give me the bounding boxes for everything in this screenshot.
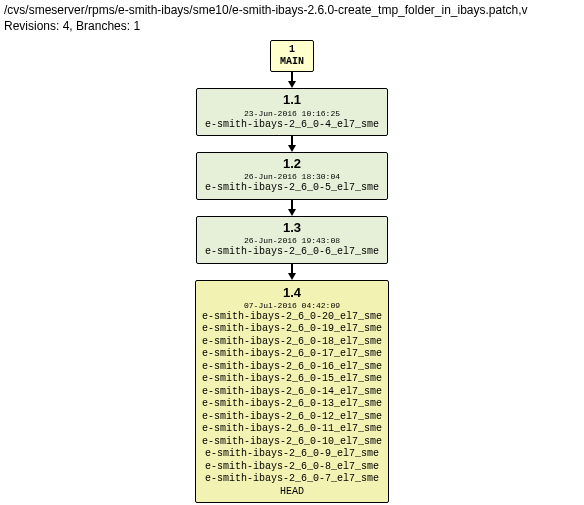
revision-version: 1.2 — [205, 156, 379, 172]
revision-graph: 1 MAIN 1.1 23-Jun-2016 10:16:25 e-smith-… — [10, 40, 574, 503]
tag: e-smith-ibays-2_6_0-6_el7_sme — [205, 246, 379, 259]
revision-node-head: 1.4 07-Jul-2016 04:42:09 e-smith-ibays-2… — [195, 280, 389, 504]
tag: e-smith-ibays-2_6_0-12_el7_sme — [202, 411, 382, 424]
revision-version: 1.1 — [205, 92, 379, 108]
revision-tags: e-smith-ibays-2_6_0-20_el7_sme e-smith-i… — [202, 311, 382, 499]
tag: e-smith-ibays-2_6_0-11_el7_sme — [202, 423, 382, 436]
tag: e-smith-ibays-2_6_0-9_el7_sme — [202, 448, 382, 461]
tag: e-smith-ibays-2_6_0-8_el7_sme — [202, 461, 382, 474]
main-branch-stack: 1 MAIN 1.1 23-Jun-2016 10:16:25 e-smith-… — [195, 40, 389, 503]
revision-node: 1.1 23-Jun-2016 10:16:25 e-smith-ibays-2… — [196, 88, 388, 136]
tag: e-smith-ibays-2_6_0-5_el7_sme — [205, 182, 379, 195]
tag: e-smith-ibays-2_6_0-16_el7_sme — [202, 361, 382, 374]
tag: e-smith-ibays-2_6_0-13_el7_sme — [202, 398, 382, 411]
tag: e-smith-ibays-2_6_0-7_el7_sme — [202, 473, 382, 486]
tag: e-smith-ibays-2_6_0-20_el7_sme — [202, 311, 382, 324]
tag: e-smith-ibays-2_6_0-14_el7_sme — [202, 386, 382, 399]
tag: e-smith-ibays-2_6_0-17_el7_sme — [202, 348, 382, 361]
revision-tags: e-smith-ibays-2_6_0-6_el7_sme — [205, 246, 379, 259]
branch-main-node: 1 MAIN — [270, 40, 314, 72]
revision-timestamp: 23-Jun-2016 10:16:25 — [205, 109, 379, 119]
tag: e-smith-ibays-2_6_0-10_el7_sme — [202, 436, 382, 449]
revision-timestamp: 07-Jul-2016 04:42:09 — [202, 301, 382, 311]
tag: e-smith-ibays-2_6_0-18_el7_sme — [202, 336, 382, 349]
branch-index: 1 — [279, 44, 305, 56]
branch-label: MAIN — [279, 56, 305, 68]
repo-meta: Revisions: 4, Branches: 1 — [4, 18, 580, 34]
repo-path: /cvs/smeserver/rpms/e-smith-ibays/sme10/… — [4, 2, 580, 18]
tag: e-smith-ibays-2_6_0-19_el7_sme — [202, 323, 382, 336]
arrow-icon — [288, 209, 296, 216]
revision-tags: e-smith-ibays-2_6_0-4_el7_sme — [205, 119, 379, 132]
revision-version: 1.3 — [205, 220, 379, 236]
revision-version: 1.4 — [202, 285, 382, 301]
arrow-icon — [288, 81, 296, 88]
tag: e-smith-ibays-2_6_0-4_el7_sme — [205, 119, 379, 132]
tag: HEAD — [202, 486, 382, 499]
revision-timestamp: 26-Jun-2016 18:30:04 — [205, 172, 379, 182]
tag: e-smith-ibays-2_6_0-15_el7_sme — [202, 373, 382, 386]
arrow-icon — [288, 273, 296, 280]
revision-tags: e-smith-ibays-2_6_0-5_el7_sme — [205, 182, 379, 195]
arrow-icon — [288, 145, 296, 152]
header: /cvs/smeserver/rpms/e-smith-ibays/sme10/… — [0, 0, 584, 40]
revision-node: 1.2 26-Jun-2016 18:30:04 e-smith-ibays-2… — [196, 152, 388, 200]
revision-node: 1.3 26-Jun-2016 19:43:08 e-smith-ibays-2… — [196, 216, 388, 264]
revision-timestamp: 26-Jun-2016 19:43:08 — [205, 236, 379, 246]
